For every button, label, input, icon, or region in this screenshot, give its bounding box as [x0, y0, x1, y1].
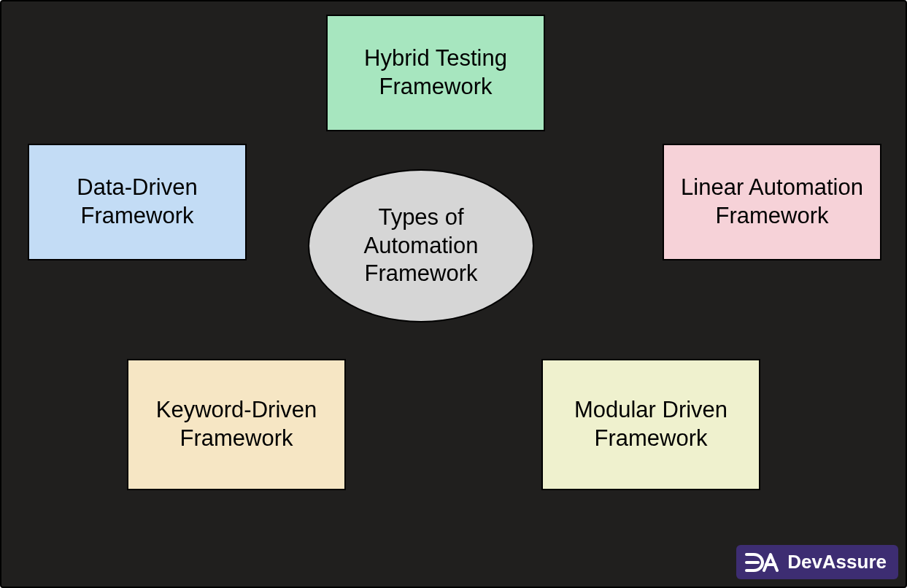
- center-node-label: Types of Automation Framework: [323, 204, 520, 288]
- node-label: Keyword-Driven Framework: [142, 396, 331, 453]
- node-label: Modular Driven Framework: [556, 396, 746, 453]
- node-linear-automation: Linear Automation Framework: [663, 144, 881, 260]
- node-label: Data-Driven Framework: [42, 174, 232, 231]
- node-hybrid-testing: Hybrid Testing Framework: [326, 15, 545, 131]
- brand-logo-icon: [745, 552, 780, 573]
- node-label: Hybrid Testing Framework: [341, 45, 530, 101]
- center-node-types-of-automation: Types of Automation Framework: [308, 169, 534, 322]
- diagram-canvas: Types of Automation Framework Hybrid Tes…: [0, 0, 907, 588]
- brand-watermark: DevAssure: [736, 545, 898, 579]
- brand-name: DevAssure: [787, 551, 887, 573]
- node-modular-driven: Modular Driven Framework: [541, 359, 760, 490]
- node-data-driven: Data-Driven Framework: [28, 144, 247, 260]
- node-label: Linear Automation Framework: [677, 174, 867, 231]
- node-keyword-driven: Keyword-Driven Framework: [127, 359, 346, 490]
